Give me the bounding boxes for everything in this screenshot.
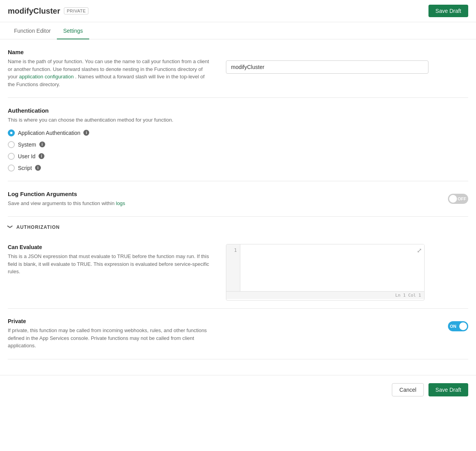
private-section-description: If private, this function may be called … (8, 327, 210, 350)
name-input[interactable] (226, 60, 428, 74)
auth-option-user-id[interactable]: User Id i (8, 153, 468, 160)
authorization-header: ❯ AUTHORIZATION (8, 217, 468, 236)
private-toggle[interactable]: ON (448, 321, 468, 331)
auth-section-description: This is where you can choose the authent… (8, 116, 210, 124)
save-draft-button-footer[interactable]: Save Draft (428, 383, 468, 396)
private-toggle-track[interactable]: ON (448, 321, 468, 331)
can-evaluate-editor: 1 ⤢ Ln 1 Col 1 (226, 244, 425, 301)
radio-script[interactable] (8, 164, 15, 172)
log-toggle-container: OFF (448, 194, 468, 204)
auth-option-script[interactable]: Script i (8, 164, 468, 172)
info-icon-system[interactable]: i (39, 141, 45, 147)
name-section: Name Name is the path of your function. … (8, 39, 468, 98)
radio-system[interactable] (8, 141, 15, 148)
private-section: Private If private, this function may be… (8, 309, 468, 359)
authorization-title: AUTHORIZATION (16, 225, 60, 230)
info-icon-user-id[interactable]: i (39, 153, 44, 159)
private-toggle-container: ON (448, 321, 468, 331)
expand-icon[interactable]: ⤢ (417, 247, 422, 254)
cancel-button[interactable]: Cancel (392, 383, 424, 396)
log-toggle-track[interactable]: OFF (448, 194, 468, 204)
info-icon-script[interactable]: i (35, 165, 41, 171)
log-toggle[interactable]: OFF (448, 194, 468, 204)
info-icon-app-auth[interactable]: i (83, 130, 89, 136)
can-evaluate-section: Can Evaluate This is a JSON expression t… (8, 236, 468, 309)
name-section-description: Name is the path of your function. You c… (8, 58, 210, 88)
tab-function-editor[interactable]: Function Editor (8, 22, 57, 39)
radio-script-label: Script (18, 165, 32, 171)
auth-option-system[interactable]: System i (8, 141, 468, 148)
editor-line-numbers: 1 (226, 244, 240, 291)
radio-system-label: System (18, 141, 36, 148)
radio-app-auth-label: Application Authentication (18, 130, 80, 136)
private-section-title: Private (8, 318, 210, 324)
log-toggle-label: OFF (458, 196, 466, 201)
header-left: modifyCluster PRIVATE (8, 7, 88, 16)
radio-user-id[interactable] (8, 153, 15, 160)
chevron-down-icon[interactable]: ❯ (8, 225, 13, 230)
editor-status-bar: Ln 1 Col 1 (226, 291, 424, 299)
radio-user-id-label: User Id (18, 153, 35, 159)
authentication-section: Authentication This is where you can cho… (8, 98, 468, 181)
logs-link[interactable]: logs (116, 200, 125, 206)
name-section-title: Name (8, 49, 210, 55)
can-evaluate-textarea[interactable] (240, 244, 424, 291)
can-evaluate-description: This is a JSON expression that must eval… (8, 253, 210, 276)
line-number-1: 1 (229, 248, 237, 253)
main-content: Name Name is the path of your function. … (0, 39, 476, 375)
log-desc-part1: Save and view arguments to this function… (8, 200, 115, 206)
tab-settings[interactable]: Settings (57, 22, 89, 39)
tabs-bar: Function Editor Settings (0, 22, 476, 39)
can-evaluate-title: Can Evaluate (8, 244, 210, 250)
auth-options: Application Authentication i System i Us… (8, 129, 468, 172)
radio-app-auth[interactable] (8, 129, 15, 136)
private-toggle-label: ON (450, 324, 457, 329)
log-section-description: Save and view arguments to this function… (8, 200, 125, 207)
log-toggle-thumb (449, 195, 457, 203)
save-draft-button-top[interactable]: Save Draft (428, 5, 468, 17)
app-title: modifyCluster (8, 7, 60, 16)
log-section-title: Log Function Arguments (8, 191, 125, 197)
footer-actions: Cancel Save Draft (0, 375, 476, 404)
auth-section-title: Authentication (8, 107, 468, 114)
private-toggle-thumb (459, 322, 467, 330)
auth-option-app[interactable]: Application Authentication i (8, 129, 468, 136)
private-badge: PRIVATE (64, 7, 88, 14)
log-section: Log Function Arguments Save and view arg… (8, 181, 468, 217)
app-config-link[interactable]: application configuration (19, 74, 74, 80)
top-header: modifyCluster PRIVATE Save Draft (0, 0, 476, 22)
